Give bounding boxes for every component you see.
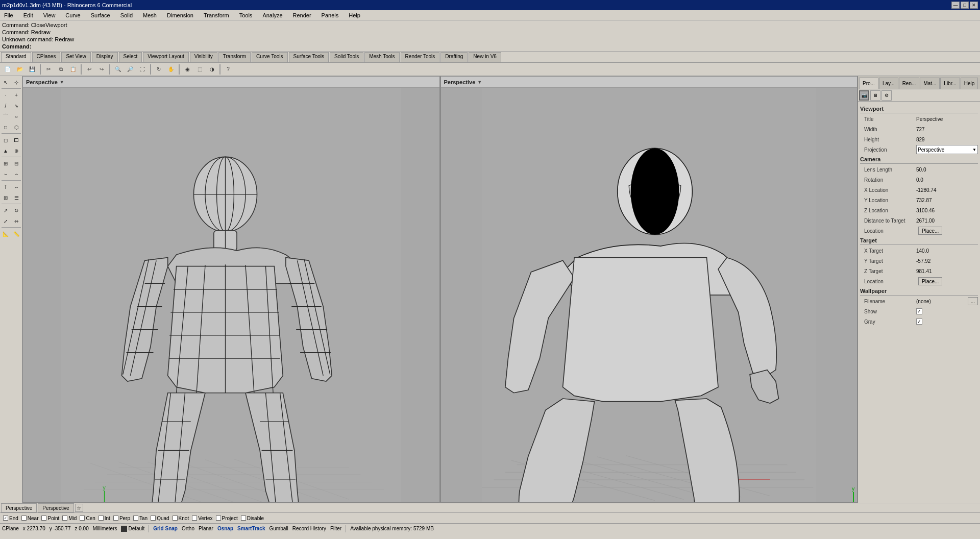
snap-tan[interactable]: Tan: [133, 516, 148, 521]
point-tool[interactable]: ·: [1, 90, 11, 100]
snap-project-check[interactable]: [216, 516, 221, 521]
help-icon[interactable]: ?: [223, 64, 234, 75]
tab-new-v6[interactable]: New in V6: [469, 52, 501, 62]
tab-curve-tools[interactable]: Curve Tools: [252, 52, 288, 62]
tab-visibility[interactable]: Visibility: [190, 52, 217, 62]
snap-int[interactable]: Int: [99, 516, 110, 521]
shade-icon[interactable]: ◑: [206, 64, 217, 75]
snap-disable-check[interactable]: [241, 516, 246, 521]
menu-analyze[interactable]: Analyze: [260, 12, 284, 19]
loft-tool[interactable]: ⧠: [11, 135, 21, 145]
arc-tool[interactable]: ⌒: [1, 111, 11, 121]
undo-icon[interactable]: ↩: [84, 64, 95, 75]
menu-view[interactable]: View: [41, 12, 58, 19]
ortho-btn[interactable]: Ortho: [182, 526, 194, 531]
tab-solid-tools[interactable]: Solid Tools: [330, 52, 363, 62]
tab-render-tools[interactable]: Render Tools: [401, 52, 440, 62]
snap-int-check[interactable]: [99, 516, 104, 521]
snap-tan-check[interactable]: [133, 516, 138, 521]
viewport-right-content[interactable]: x y: [441, 88, 857, 502]
vp-tab-add-btn[interactable]: ☆: [75, 504, 83, 512]
snap-knot[interactable]: Knot: [173, 516, 189, 521]
analysis-tool[interactable]: 📐: [1, 229, 11, 239]
command-input-line[interactable]: Command:: [2, 43, 978, 50]
panel-tab-libr[interactable]: Libr...: [940, 78, 960, 89]
snap-point[interactable]: Point: [41, 516, 59, 521]
panel-tab-lay[interactable]: Lay...: [879, 78, 898, 89]
gumball-btn[interactable]: Gumball: [270, 526, 288, 531]
line-tool[interactable]: /: [1, 101, 11, 111]
fillet-tool[interactable]: ⌣: [1, 169, 11, 179]
panel-tab-mat[interactable]: Mat...: [920, 78, 940, 89]
cam-location-btn[interactable]: Place...: [918, 227, 942, 235]
polygon-tool[interactable]: ⬡: [11, 122, 21, 132]
snap-vertex[interactable]: Vertex: [192, 516, 212, 521]
menu-dimension[interactable]: Dimension: [165, 12, 195, 19]
viewport-left-content[interactable]: x y: [23, 88, 439, 502]
analysis2-tool[interactable]: 📏: [11, 229, 21, 239]
tab-standard[interactable]: Standard: [1, 52, 31, 62]
viewport-left-arrow[interactable]: ▼: [60, 80, 64, 85]
move-tool[interactable]: ↗: [1, 205, 11, 215]
snap-disable[interactable]: Disable: [241, 516, 264, 521]
record-history-btn[interactable]: Record History: [292, 526, 326, 531]
osnap-btn[interactable]: Osnap: [217, 526, 233, 531]
snap-mid[interactable]: Mid: [62, 516, 77, 521]
snap-quad[interactable]: Quad: [151, 516, 169, 521]
panel-tab-help[interactable]: Help: [961, 78, 978, 89]
viewport-left[interactable]: Perspective ▼: [22, 76, 440, 503]
menu-tools[interactable]: Tools: [237, 12, 255, 19]
snap-cen-check[interactable]: [80, 516, 85, 521]
panel-tab-pro[interactable]: Pro...: [859, 78, 878, 89]
rotate-icon[interactable]: ↻: [153, 64, 164, 75]
tab-set-view[interactable]: Set View: [61, 52, 90, 62]
text-tool[interactable]: T: [1, 182, 11, 192]
grid-tool[interactable]: ⊞: [1, 192, 11, 203]
mesh-tool[interactable]: ⊞: [1, 158, 11, 168]
tab-surface-tools[interactable]: Surface Tools: [289, 52, 329, 62]
tab-display[interactable]: Display: [92, 52, 118, 62]
gray-checkbox[interactable]: [916, 318, 922, 325]
menu-panels[interactable]: Panels: [320, 12, 341, 19]
viewport-right[interactable]: Perspective ▼: [440, 76, 858, 503]
panel-icon-settings[interactable]: ⚙: [881, 90, 892, 101]
planar-btn[interactable]: Planar: [199, 526, 213, 531]
snap-knot-check[interactable]: [173, 516, 178, 521]
snap-mid-check[interactable]: [62, 516, 67, 521]
chamfer-tool[interactable]: ⌢: [11, 169, 21, 179]
menu-file[interactable]: File: [2, 12, 15, 19]
menu-render[interactable]: Render: [291, 12, 313, 19]
menu-edit[interactable]: Edit: [21, 12, 35, 19]
render-icon[interactable]: ◉: [182, 64, 193, 75]
menu-solid[interactable]: Solid: [118, 12, 135, 19]
tab-mesh-tools[interactable]: Mesh Tools: [364, 52, 399, 62]
tab-select[interactable]: Select: [119, 52, 142, 62]
mesh2-tool[interactable]: ⊟: [11, 158, 21, 168]
extrude-tool[interactable]: ▲: [1, 145, 11, 156]
zoom-in-icon[interactable]: 🔍: [112, 64, 124, 75]
target-location-btn[interactable]: Place...: [918, 277, 942, 285]
surface-tool[interactable]: ◻: [1, 135, 11, 145]
projection-dropdown[interactable]: Perspective ▼: [916, 145, 978, 154]
snap-perp[interactable]: Perp: [113, 516, 130, 521]
show-checkbox[interactable]: [916, 308, 922, 314]
snap-cen[interactable]: Cen: [80, 516, 95, 521]
new-icon[interactable]: 📄: [2, 64, 13, 75]
mirror-tool[interactable]: ⇔: [11, 216, 21, 226]
close-button[interactable]: ✕: [970, 2, 978, 9]
menu-help[interactable]: Help: [347, 12, 362, 19]
minimize-button[interactable]: —: [951, 2, 960, 9]
save-icon[interactable]: 💾: [27, 64, 38, 75]
copy-icon[interactable]: ⧉: [55, 64, 66, 75]
layer-tool[interactable]: ☰: [11, 192, 21, 203]
menu-curve[interactable]: Curve: [63, 12, 82, 19]
snap-near[interactable]: Near: [21, 516, 39, 521]
tab-viewport-layout[interactable]: Viewport Layout: [143, 52, 189, 62]
panel-icon-display[interactable]: 🖥: [870, 90, 880, 101]
maximize-button[interactable]: □: [961, 2, 969, 9]
menu-transform[interactable]: Transform: [202, 12, 231, 19]
zoom-out-icon[interactable]: 🔎: [125, 64, 136, 75]
snap-vertex-check[interactable]: [192, 516, 197, 521]
rect-tool[interactable]: □: [1, 122, 11, 132]
cut-icon[interactable]: ✂: [43, 64, 54, 75]
